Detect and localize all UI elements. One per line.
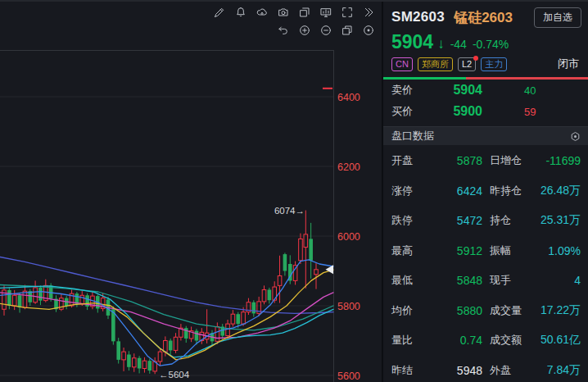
undo-icon[interactable] — [277, 24, 290, 37]
field-value: -11699 — [545, 154, 581, 167]
field-value: 6424 — [457, 184, 482, 198]
field-value: 0.74 — [460, 334, 482, 347]
y-axis-tick-label: 5800 — [337, 301, 360, 312]
high-price-annotation: 6074→ — [274, 206, 305, 216]
field-label: 跌停 — [391, 213, 413, 228]
field-value: 5878 — [457, 154, 482, 167]
double-chevron-right-icon[interactable] — [362, 6, 375, 19]
quote-panel: SM2603 锰硅2603 加自选 5904 ↓ -44 -0.74% CN郑商… — [382, 0, 588, 382]
gear-icon[interactable] — [569, 130, 581, 143]
quote-data-grid: 开盘5878日增仓-11699涨停6424昨持仓26.48万跌停5472持仓25… — [383, 145, 588, 382]
field-value: 25.31万 — [541, 213, 581, 228]
field-label: 最高 — [391, 243, 413, 258]
field-label: 开盘 — [391, 153, 413, 168]
zoom-in-icon[interactable] — [298, 24, 311, 37]
y-axis-tick-label: 6000 — [337, 231, 360, 243]
field-label: 成交额 — [490, 333, 522, 348]
section-title: 盘口数据 — [391, 129, 434, 143]
settings-target-icon[interactable] — [362, 24, 375, 37]
field-label: 成交量 — [490, 303, 522, 318]
sell-price-label: 卖价 — [391, 83, 413, 98]
field-label: 现手 — [490, 273, 511, 288]
quote-data-row: 跌停5472持仓25.31万 — [383, 206, 588, 236]
field-value: 5912 — [457, 244, 482, 257]
order-book-section-header: 盘口数据 — [383, 126, 588, 145]
quote-data-row: 最低5848现手4 — [383, 266, 588, 296]
window-restore-icon[interactable] — [341, 24, 354, 37]
sell-qty-value: 40 — [524, 84, 536, 97]
field-value: 1.09% — [548, 244, 581, 257]
price-change: -44 — [450, 38, 467, 51]
l2-notification-dot — [473, 56, 478, 61]
quote-data-row: 昨结5948外盘7.84万 — [383, 356, 588, 382]
price-change-pct: -0.74% — [473, 38, 509, 51]
buy-price-value: 5900 — [453, 104, 482, 119]
buy-price-row: 买价 5900 59 — [383, 101, 588, 122]
field-value: 26.48万 — [541, 184, 581, 198]
monitor-chart-icon[interactable] — [319, 6, 332, 19]
quote-data-row: 最高5912振幅1.09% — [383, 236, 588, 266]
sell-price-row: 卖价 5904 40 — [383, 80, 588, 101]
quote-data-row: 开盘5878日增仓-11699 — [383, 146, 588, 176]
add-watchlist-button[interactable]: 加自选 — [534, 7, 581, 28]
quote-data-row: 涨停6424昨持仓26.48万 — [383, 176, 588, 207]
field-value: 4 — [574, 274, 581, 287]
field-value: 7.84万 — [547, 363, 581, 378]
quote-data-row: 均价5880成交量17.22万 — [383, 296, 588, 326]
buy-qty-value: 59 — [524, 106, 536, 118]
alert-bell-icon[interactable] — [234, 6, 247, 19]
field-label: 最低 — [391, 273, 413, 288]
chart-toolbar — [213, 6, 375, 37]
quote-data-row: 量比0.74成交额50.61亿 — [383, 325, 588, 356]
price-down-arrow-icon: ↓ — [437, 36, 445, 52]
field-label: 量比 — [391, 333, 413, 348]
field-label: 外盘 — [490, 363, 511, 378]
field-value: 5880 — [457, 304, 482, 317]
field-label: 持仓 — [490, 213, 511, 228]
tag-l2[interactable]: L2 — [458, 57, 476, 71]
y-axis-tick-label: 6200 — [337, 161, 360, 173]
futures-quote-window: 640062006000580056006074→←5604 SM2603 锰硅… — [0, 0, 588, 382]
y-axis-tick-label: 6400 — [337, 92, 360, 103]
field-label: 昨持仓 — [490, 184, 522, 198]
field-label: 均价 — [391, 303, 413, 318]
field-value: 5848 — [457, 274, 482, 287]
quote-header: SM2603 锰硅2603 加自选 5904 ↓ -44 -0.74% CN郑商… — [383, 0, 588, 71]
tag-cn[interactable]: CN — [391, 57, 413, 71]
symbol-code: SM2603 — [391, 9, 445, 25]
field-value: 17.22万 — [541, 303, 581, 318]
kline-chart[interactable]: 640062006000580056006074→←5604 — [0, 0, 382, 382]
sell-price-value: 5904 — [453, 83, 482, 98]
camera-snapshot-icon[interactable] — [277, 6, 290, 19]
tags-row: CN郑商所L2主力 闭市 — [391, 57, 581, 71]
field-label: 振幅 — [490, 243, 511, 258]
tag-main-contract[interactable]: 主力 — [481, 57, 507, 71]
cloud-upload-icon[interactable] — [256, 6, 269, 19]
buy-price-label: 买价 — [391, 104, 413, 119]
field-label: 昨结 — [391, 363, 413, 378]
last-price: 5904 — [391, 31, 433, 53]
current-price-marker — [326, 265, 334, 274]
y-axis-tick-label: 5600 — [337, 371, 360, 382]
market-status: 闭市 — [558, 57, 581, 71]
zoom-out-icon[interactable] — [319, 24, 332, 37]
field-label: 涨停 — [391, 184, 413, 198]
tag-exchange[interactable]: 郑商所 — [418, 57, 453, 71]
symbol-name: 锰硅2603 — [454, 8, 513, 27]
field-label: 日增仓 — [490, 153, 522, 168]
fullscreen-expand-icon[interactable] — [341, 6, 354, 19]
kline-chart-panel: 640062006000580056006074→←5604 — [0, 0, 382, 382]
overlay-windows-icon[interactable] — [298, 6, 311, 19]
draw-pencil-icon[interactable] — [213, 6, 226, 19]
field-value: 5472 — [457, 214, 482, 227]
field-value: 5948 — [457, 364, 482, 377]
low-price-annotation: ←5604 — [159, 370, 190, 380]
field-value: 50.61亿 — [541, 333, 581, 348]
